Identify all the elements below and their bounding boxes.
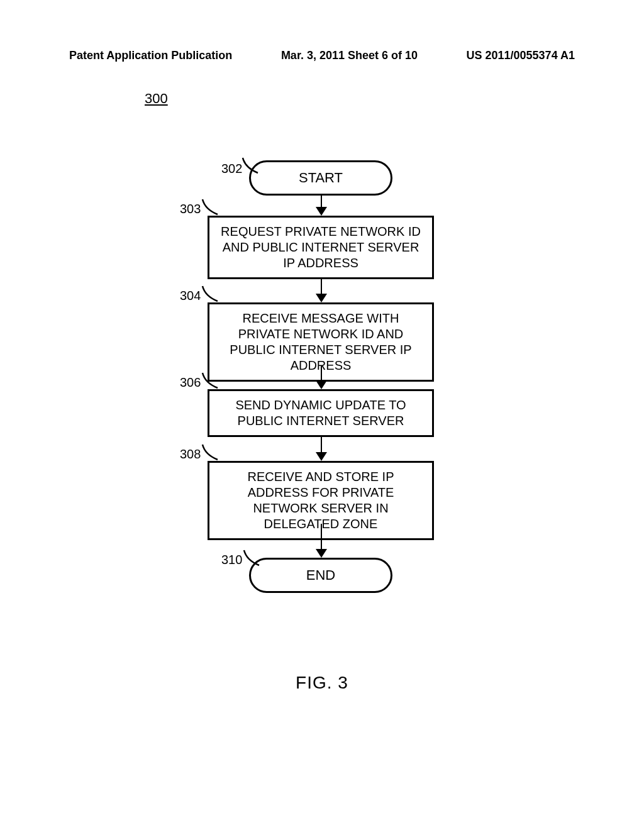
process-303: REQUEST PRIVATE NETWORK ID AND PUBLIC IN…	[208, 216, 434, 279]
end-terminator: END	[249, 558, 392, 593]
header-left: Patent Application Publication	[69, 49, 232, 62]
figure-number: 300	[145, 91, 168, 107]
start-terminator: START	[249, 160, 392, 196]
figure-caption: FIG. 3	[0, 673, 644, 693]
header-right: US 2011/0055374 A1	[467, 49, 575, 62]
ref-304: 304	[180, 289, 201, 303]
ref-tick-icon	[201, 285, 219, 302]
arrow	[321, 365, 322, 388]
process-306: SEND DYNAMIC UPDATE TO PUBLIC INTERNET S…	[208, 389, 434, 437]
ref-306: 306	[180, 375, 201, 390]
page-header: Patent Application Publication Mar. 3, 2…	[0, 49, 644, 62]
ref-302: 302	[221, 162, 242, 176]
end-label: END	[306, 567, 335, 584]
page: Patent Application Publication Mar. 3, 2…	[0, 0, 644, 830]
process-304-label: RECEIVE MESSAGE WITH PRIVATE NETWORK ID …	[230, 311, 411, 372]
arrow	[321, 196, 322, 214]
ref-tick-icon	[201, 443, 219, 461]
arrow	[321, 437, 322, 460]
header-center: Mar. 3, 2011 Sheet 6 of 10	[281, 49, 418, 62]
ref-308: 308	[180, 447, 201, 462]
start-label: START	[299, 170, 343, 186]
arrow	[321, 524, 322, 556]
ref-tick-icon	[201, 372, 219, 389]
ref-303: 303	[180, 202, 201, 216]
process-308-label: RECEIVE AND STORE IP ADDRESS FOR PRIVATE…	[247, 470, 394, 531]
ref-tick-icon	[243, 549, 260, 567]
arrow	[321, 279, 322, 301]
ref-tick-icon	[242, 157, 259, 174]
process-306-label: SEND DYNAMIC UPDATE TO PUBLIC INTERNET S…	[235, 398, 406, 428]
ref-tick-icon	[201, 198, 219, 216]
process-303-label: REQUEST PRIVATE NETWORK ID AND PUBLIC IN…	[221, 224, 421, 270]
ref-310: 310	[221, 553, 242, 567]
